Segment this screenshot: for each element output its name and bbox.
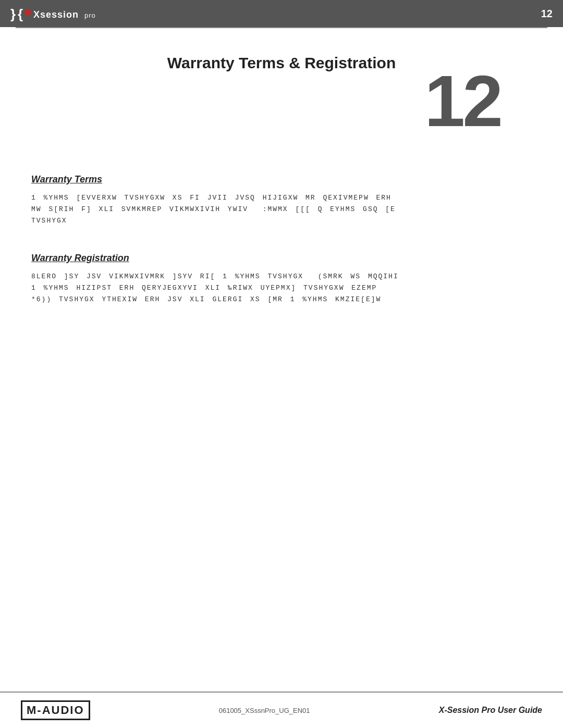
page-footer: M-AUDIO 061005_XSssnPro_UG_EN01 X-Sessio… [0,692,563,728]
page-header: } { Xsession pro 12 [0,0,563,27]
warranty-terms-heading: Warranty Terms [31,174,532,185]
footer-logo-area: M-AUDIO [21,700,90,720]
svg-text:pro: pro [84,11,96,19]
svg-text:Xsession: Xsession [33,9,79,20]
footer-guide-title: X-Session Pro User Guide [439,706,542,715]
large-page-number: 12 [424,65,500,138]
xsession-logo: } { Xsession pro [10,4,104,23]
title-area: Warranty Terms & Registration 12 [31,54,532,148]
svg-text:{: { [18,6,23,22]
warranty-registration-text: 8LERO ]SY JSV VIKMWXIVMRK ]SYV RI[ 1 %YH… [31,271,532,305]
header-page-number: 12 [541,8,553,20]
brand-logo: } { Xsession pro [10,4,104,23]
maudio-logo: M-AUDIO [21,700,90,720]
warranty-registration-section: Warranty Registration 8LERO ]SY JSV VIKM… [31,253,532,305]
footer-document-code: 061005_XSssnPro_UG_EN01 [219,707,310,714]
warranty-registration-heading: Warranty Registration [31,253,532,264]
svg-text:}: } [10,6,16,22]
svg-point-2 [25,9,31,16]
warranty-terms-text: 1 %YHMS [EVVERXW TVSHYGXW XS FI JVII JVS… [31,192,532,227]
main-content: Warranty Terms & Registration 12 Warrant… [0,28,563,358]
warranty-terms-section: Warranty Terms 1 %YHMS [EVVERXW TVSHYGXW… [31,174,532,227]
